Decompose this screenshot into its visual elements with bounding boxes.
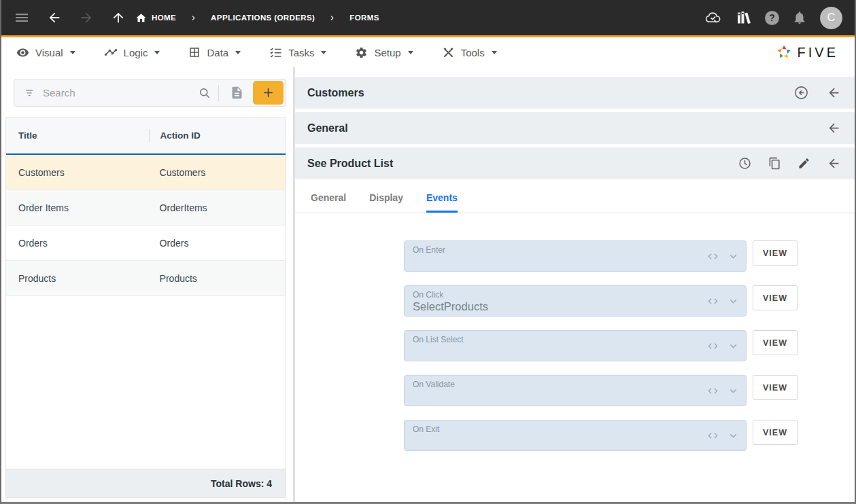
cell-action-id: OrderItems: [149, 202, 286, 213]
arrow-left-icon[interactable]: [827, 121, 841, 135]
field-label: On Enter: [413, 245, 445, 255]
plus-icon: [262, 87, 274, 98]
on-enter-field[interactable]: On Enter: [404, 240, 747, 272]
events-form: On Enter VIEW On Click SelectProducts: [295, 213, 855, 465]
section-title: General: [307, 122, 348, 134]
document-icon[interactable]: [225, 82, 248, 105]
field-row-on-list-select: On List Select VIEW: [404, 330, 855, 361]
table-empty-area: [6, 296, 286, 469]
back-icon[interactable]: [47, 10, 62, 25]
table-row[interactable]: Orders Orders: [6, 226, 286, 261]
on-exit-field[interactable]: On Exit: [404, 420, 747, 451]
cell-action-id: Orders: [149, 238, 286, 249]
subsection-header-bar: See Product List: [295, 147, 855, 179]
field-value: SelectProducts: [413, 300, 488, 313]
tab-events[interactable]: Events: [426, 183, 458, 213]
clock-icon[interactable]: [738, 156, 752, 170]
menu-icon[interactable]: [14, 10, 30, 26]
chevron-down-icon[interactable]: [727, 340, 739, 352]
view-button[interactable]: VIEW: [753, 240, 798, 266]
view-button[interactable]: VIEW: [753, 375, 798, 400]
chevron-down-icon[interactable]: [727, 295, 739, 307]
caret-down-icon: [154, 51, 160, 54]
divider: [218, 85, 219, 101]
code-icon[interactable]: [707, 385, 719, 397]
code-icon[interactable]: [707, 340, 719, 352]
chevron-down-icon[interactable]: [727, 385, 739, 397]
left-panel: Title Action ID Customers Customers Orde…: [1, 67, 293, 502]
right-panel: Customers General: [295, 67, 855, 502]
breadcrumb-label: HOME: [152, 14, 176, 22]
up-icon[interactable]: [111, 10, 126, 25]
total-rows-label: Total Rows: 4: [211, 478, 272, 489]
on-validate-field[interactable]: On Validate: [404, 375, 747, 406]
table-row[interactable]: Products Products: [6, 261, 286, 296]
code-icon[interactable]: [707, 295, 719, 307]
record-title: Customers: [307, 87, 364, 99]
field-label: On List Select: [413, 335, 464, 344]
field-row-on-exit: On Exit VIEW: [404, 420, 855, 451]
pencil-icon[interactable]: [798, 157, 810, 170]
table-row[interactable]: Order Items OrderItems: [6, 190, 286, 226]
field-label: On Click: [413, 290, 443, 300]
column-header-action-id[interactable]: Action ID: [150, 130, 286, 141]
arrow-left-icon[interactable]: [827, 156, 841, 170]
menu-tools[interactable]: Tools: [442, 46, 497, 59]
table-header: Title Action ID: [6, 118, 286, 154]
bell-icon[interactable]: [792, 10, 807, 25]
on-click-field[interactable]: On Click SelectProducts: [404, 285, 747, 317]
cell-title: Products: [6, 273, 149, 284]
copy-icon[interactable]: [768, 157, 781, 170]
table-row[interactable]: Customers Customers: [6, 154, 286, 190]
tab-bar: General Display Events: [295, 183, 855, 213]
cell-title: Customers: [6, 167, 149, 178]
subsection-title: See Product List: [307, 158, 393, 170]
caret-down-icon: [70, 51, 75, 54]
five-pinwheel-icon: [775, 43, 793, 61]
breadcrumb-home[interactable]: HOME: [135, 12, 176, 24]
view-button[interactable]: VIEW: [753, 285, 798, 310]
top-navbar: HOME APPLICATIONS (ORDERS) FORMS ?: [1, 0, 855, 37]
tab-general[interactable]: General: [311, 183, 346, 213]
menu-data[interactable]: Data: [188, 46, 241, 58]
undo-circle-icon[interactable]: [793, 85, 809, 101]
menu-visual[interactable]: Visual: [16, 46, 75, 59]
gear-icon: [355, 46, 368, 59]
arrow-left-icon[interactable]: [827, 86, 841, 100]
menu-logic[interactable]: Logic: [104, 46, 160, 59]
add-record-button[interactable]: [253, 81, 284, 105]
logic-flow-icon: [104, 46, 118, 59]
column-header-title[interactable]: Title: [6, 130, 149, 141]
caret-down-icon: [321, 51, 326, 54]
help-icon[interactable]: ?: [765, 11, 779, 25]
breadcrumb-label: APPLICATIONS (ORDERS): [211, 14, 315, 22]
breadcrumb-forms[interactable]: FORMS: [349, 14, 379, 22]
chevron-right-icon: [328, 14, 337, 22]
eye-icon: [16, 46, 29, 59]
cloud-sync-icon[interactable]: [704, 10, 722, 26]
table-footer: Total Rows: 4: [6, 469, 286, 497]
menu-tasks[interactable]: Tasks: [269, 46, 326, 59]
filter-icon[interactable]: [24, 87, 36, 99]
field-row-on-enter: On Enter VIEW: [404, 240, 855, 272]
library-books-icon[interactable]: [735, 10, 752, 26]
cell-action-id: Products: [149, 273, 286, 284]
code-icon[interactable]: [707, 251, 719, 262]
on-list-select-field[interactable]: On List Select: [404, 330, 747, 361]
avatar[interactable]: C: [820, 7, 842, 29]
breadcrumb-label: FORMS: [349, 14, 379, 22]
chevron-down-icon[interactable]: [727, 251, 739, 262]
breadcrumb-applications[interactable]: APPLICATIONS (ORDERS): [211, 14, 315, 22]
search-icon[interactable]: [198, 86, 211, 100]
breadcrumb: HOME APPLICATIONS (ORDERS) FORMS: [135, 12, 379, 24]
search-input[interactable]: [36, 87, 198, 98]
view-button[interactable]: VIEW: [753, 420, 798, 445]
menu-setup[interactable]: Setup: [355, 46, 413, 59]
tab-display[interactable]: Display: [369, 183, 403, 213]
field-label: On Exit: [413, 425, 439, 434]
code-icon[interactable]: [707, 430, 719, 442]
chevron-down-icon[interactable]: [727, 430, 739, 442]
forward-icon[interactable]: [79, 10, 94, 25]
view-button[interactable]: VIEW: [753, 330, 798, 355]
caret-down-icon: [235, 51, 241, 54]
